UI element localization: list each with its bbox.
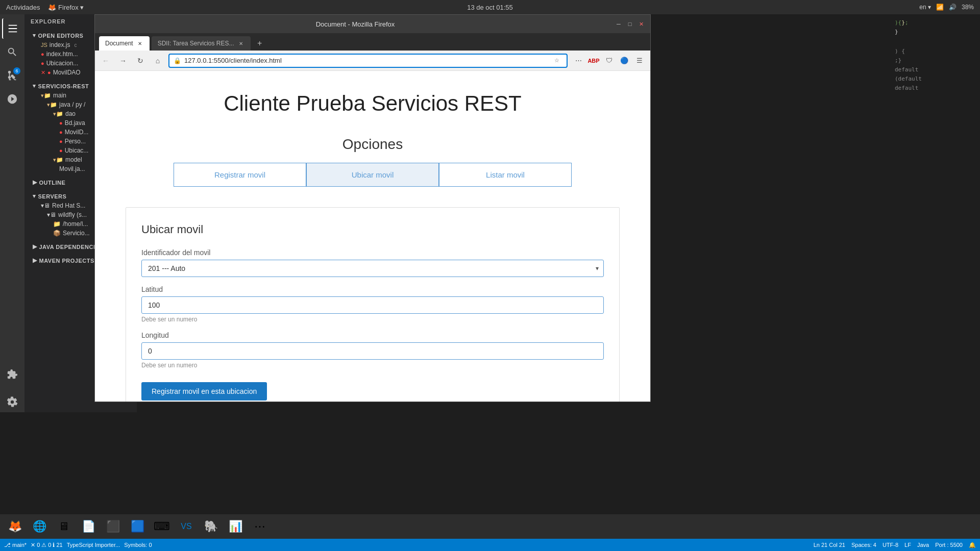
form-section-title: Ubicar movil [141,223,604,236]
latitud-hint: Debe ser un numero [141,316,604,323]
warning-count: 0 [48,542,51,548]
line-col[interactable]: Ln 21 Col 21 [814,542,845,548]
latitud-input[interactable] [141,296,604,314]
reload-button[interactable]: ↻ [134,54,147,67]
toolbar-icons: ⋯ ABP 🛡 🔵 ☰ [572,54,646,67]
longitud-input[interactable] [141,342,604,360]
movilDAO-close-icon: ✕ [41,69,45,76]
taskbar-s[interactable]: 🟦 [127,516,148,537]
firefox-tabs: Document ✕ SDII: Tarea Servicios RES... … [95,33,650,51]
taskbar-firefox[interactable]: 🦊 [4,516,26,537]
home-button[interactable]: ⌂ [151,54,164,67]
back-button[interactable]: ← [99,54,112,67]
minimize-button[interactable]: ─ [615,20,623,28]
code-line-1: ){}; [895,18,976,28]
typescript-label: TypeScript Importer... [67,542,120,548]
os-topbar: Actividades 🦊 Firefox ▾ 13 de oct 01:55 … [0,0,980,14]
ubicac-error-icon: ● [59,147,63,154]
tab-document[interactable]: Document ✕ [99,36,150,51]
tab-sdii-close[interactable]: ✕ [237,40,244,47]
file-bd-java-label: Bd.java [65,119,85,127]
submit-button[interactable]: Registrar movil en esta ubicacion [141,382,267,400]
code-line-default5: default [895,84,976,93]
port-status[interactable]: Port : 5500 [935,542,963,548]
line-ending[interactable]: LF [904,542,911,548]
bookmark-icon[interactable]: ☆ [551,55,562,66]
file-movild-label: MovilD... [65,129,89,136]
notifications[interactable]: 🔔 [969,542,976,548]
tab-sdii[interactable]: SDII: Tarea Servicios RES... ✕ [152,36,251,51]
folder-dao-icon: ▾📁 [53,111,63,117]
activity-settings[interactable] [2,392,22,412]
maximize-button[interactable]: □ [626,20,634,28]
menu-icon[interactable]: ☰ [633,54,646,67]
taskbar-kv[interactable]: ⌨ [151,516,173,537]
latitud-label: Latitud [141,285,604,293]
folder-dao-label: dao [65,110,76,117]
address-url: 127.0.0.1:5500/cliente/index.html [184,57,548,64]
firefox-label[interactable]: 🦊 Firefox ▾ [48,4,84,11]
taskbar-sublime[interactable]: ⬛ [102,516,124,537]
encoding[interactable]: UTF-8 [883,542,898,548]
new-tab-button[interactable]: + [253,36,267,51]
identificador-group: Identificador del movil 201 --- Auto ▾ [141,248,604,277]
chevron-right-icon-maven: ▶ [33,257,37,264]
taskbar-apps[interactable]: ⋯ [249,516,271,537]
address-box[interactable]: 🔒 127.0.0.1:5500/cliente/index.html ☆ [168,54,568,68]
taskbar-files[interactable]: 📄 [78,516,99,537]
page-title: Cliente Prueba Servicios REST [126,91,620,116]
listar-movil-button[interactable]: Listar movil [439,163,572,187]
shield-icon[interactable]: 🛡 [602,54,616,67]
typescript-importer[interactable]: TypeScript Importer... [67,542,120,548]
git-branch[interactable]: ⎇ main* [4,542,27,548]
info-icon: ℹ [53,542,55,548]
symbols-count[interactable]: Symbols: 0 [124,542,152,548]
chevron-down-icon: ▾ [33,32,36,39]
spaces[interactable]: Spaces: 4 [851,542,876,548]
server-wildfly-label: wildfly (s... [58,211,87,218]
git-branch-icon: ⎇ [4,542,11,548]
activities-label[interactable]: Actividades [6,4,40,11]
modified-indicator: c [75,42,77,48]
taskbar-terminal[interactable]: 🖥 [53,516,75,537]
folder-main-icon: ▾📁 [41,92,51,99]
maven-label: Maven Projects [39,258,94,264]
errors-warnings[interactable]: ✕ 0 ⚠ 0 ℹ 21 [31,542,63,548]
page-content: Cliente Prueba Servicios REST Opciones R… [95,71,650,402]
code-panel: ){}; } ) { ;} default (default default [891,14,980,412]
adblock-icon[interactable]: ABP [587,54,600,67]
identificador-select[interactable]: 201 --- Auto [141,260,604,277]
taskbar-chrome[interactable]: 🌐 [29,516,50,537]
activity-search[interactable] [2,42,22,62]
firefox-title: Document - Mozilla Firefox [100,20,610,28]
opciones-title: Opciones [126,136,620,153]
activity-debug[interactable] [2,89,22,109]
html-error-icon: ● [41,51,44,57]
language-indicator: en ▾ [919,4,931,11]
statusbar-right: Ln 21 Col 21 Spaces: 4 UTF-8 LF Java Por… [814,542,976,548]
privacy-icon[interactable]: 🔵 [618,54,631,67]
volume-icon: 🔊 [949,4,957,11]
activity-scm[interactable]: 6 [2,65,22,86]
latitud-group: Latitud Debe ser un numero [141,285,604,323]
language-label: Java [917,542,929,548]
activity-explorer[interactable] [2,18,22,39]
taskbar-vscode[interactable]: VS [176,516,197,537]
extensions-icon[interactable]: ⋯ [572,54,585,67]
registrar-movil-button[interactable]: Registrar movil [174,163,306,187]
close-button[interactable]: ✕ [637,20,645,28]
ubicar-movil-button[interactable]: Ubicar movil [306,163,439,187]
line-ending-label: LF [904,542,911,548]
activity-bar: 6 [0,14,24,412]
taskbar-green[interactable]: 📊 [225,516,246,537]
activity-extensions[interactable] [2,364,22,385]
tab-document-close[interactable]: ✕ [136,40,143,47]
scm-badge: 6 [13,67,20,74]
server-home-icon: 📁 [53,220,61,228]
java-deps-label: Java Dependencies [39,244,104,250]
forward-button[interactable]: → [116,54,130,67]
language-mode[interactable]: Java [917,542,929,548]
taskbar-db[interactable]: 🐘 [200,516,222,537]
port-label: Port : 5500 [935,542,963,548]
os-topbar-right: en ▾ 📶 🔊 38% [919,4,974,11]
